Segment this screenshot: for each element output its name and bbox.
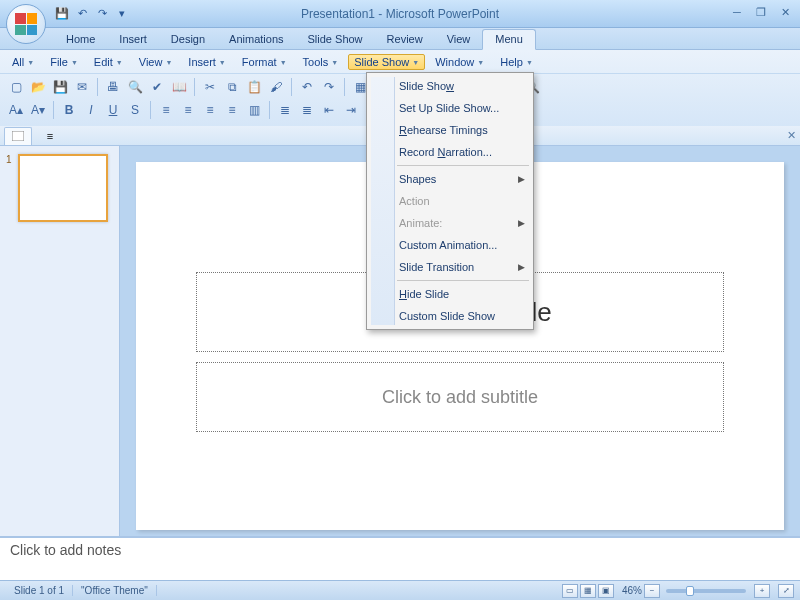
outdent-icon[interactable]: ⇤ [319, 100, 339, 120]
redo-icon[interactable]: ↷ [319, 77, 339, 97]
sorter-view-button[interactable]: ▦ [580, 584, 596, 598]
restore-button[interactable]: ❐ [752, 4, 770, 20]
menu-slide-show[interactable]: Slide Show▼ [348, 54, 425, 70]
open-icon[interactable]: 📂 [28, 77, 48, 97]
subtitle-placeholder[interactable]: Click to add subtitle [196, 362, 724, 432]
undo-icon[interactable]: ↶ [297, 77, 317, 97]
slideshow-view-button[interactable]: ▣ [598, 584, 614, 598]
title-bar: 💾 ↶ ↷ ▾ Presentation1 - Microsoft PowerP… [0, 0, 800, 28]
italic-icon[interactable]: I [81, 100, 101, 120]
align-left-icon[interactable]: ≡ [156, 100, 176, 120]
zoom-out-button[interactable]: − [644, 584, 660, 598]
menu-window[interactable]: Window▼ [429, 54, 490, 70]
print-preview-icon[interactable]: 🔍 [125, 77, 145, 97]
print-icon[interactable]: 🖶 [103, 77, 123, 97]
zoom-slider[interactable] [666, 589, 746, 593]
new-icon[interactable]: ▢ [6, 77, 26, 97]
slide-thumbnail-1[interactable] [18, 154, 108, 222]
spellcheck-icon[interactable]: ✔ [147, 77, 167, 97]
quick-access-toolbar: 💾 ↶ ↷ ▾ [54, 6, 130, 22]
status-bar: Slide 1 of 1 "Office Theme" ▭ ▦ ▣ 46% − … [0, 580, 800, 600]
thumb-number: 1 [6, 154, 12, 165]
decrease-font-icon[interactable]: A▾ [28, 100, 48, 120]
menu-view[interactable]: View▼ [133, 54, 179, 70]
ribbon-tabs: Home Insert Design Animations Slide Show… [0, 28, 800, 50]
menu-file[interactable]: File▼ [44, 54, 84, 70]
outline-tab[interactable]: ≡ [36, 127, 64, 145]
menu-tools[interactable]: Tools▼ [297, 54, 345, 70]
tab-animations[interactable]: Animations [217, 30, 295, 49]
status-theme: "Office Theme" [73, 585, 157, 596]
paste-icon[interactable]: 📋 [244, 77, 264, 97]
indent-icon[interactable]: ⇥ [341, 100, 361, 120]
bullets-icon[interactable]: ≣ [275, 100, 295, 120]
zoom-label: 46% [622, 585, 642, 596]
bold-icon[interactable]: B [59, 100, 79, 120]
menu-help[interactable]: Help▼ [494, 54, 539, 70]
cut-icon[interactable]: ✂ [200, 77, 220, 97]
save-icon[interactable]: 💾 [50, 77, 70, 97]
slide-thumbnails-pane: 1 [0, 146, 120, 536]
normal-view-button[interactable]: ▭ [562, 584, 578, 598]
save-icon[interactable]: 💾 [54, 6, 70, 22]
slides-tab[interactable] [4, 127, 32, 145]
fit-window-button[interactable]: ⤢ [778, 584, 794, 598]
notes-pane[interactable]: Click to add notes [0, 536, 800, 580]
mail-icon[interactable]: ✉ [72, 77, 92, 97]
shadow-icon[interactable]: S [125, 100, 145, 120]
align-right-icon[interactable]: ≡ [200, 100, 220, 120]
svg-rect-0 [12, 131, 24, 141]
columns-icon[interactable]: ▥ [244, 100, 264, 120]
menu-edit[interactable]: Edit▼ [88, 54, 129, 70]
undo-icon[interactable]: ↶ [74, 6, 90, 22]
tab-view[interactable]: View [435, 30, 483, 49]
status-slide: Slide 1 of 1 [6, 585, 73, 596]
menu-all[interactable]: All▼ [6, 54, 40, 70]
copy-icon[interactable]: ⧉ [222, 77, 242, 97]
numbering-icon[interactable]: ≣ [297, 100, 317, 120]
office-button[interactable] [6, 4, 46, 44]
menu-insert[interactable]: Insert▼ [182, 54, 231, 70]
menu-format[interactable]: Format▼ [236, 54, 293, 70]
close-button[interactable]: ✕ [776, 4, 794, 20]
qat-more-icon[interactable]: ▾ [114, 6, 130, 22]
zoom-in-button[interactable]: + [754, 584, 770, 598]
minimize-button[interactable]: ─ [728, 4, 746, 20]
format-painter-icon[interactable]: 🖌 [266, 77, 286, 97]
tab-insert[interactable]: Insert [107, 30, 159, 49]
tab-review[interactable]: Review [375, 30, 435, 49]
tab-design[interactable]: Design [159, 30, 217, 49]
increase-font-icon[interactable]: A▴ [6, 100, 26, 120]
close-pane-icon[interactable]: ✕ [787, 129, 796, 142]
tab-home[interactable]: Home [54, 30, 107, 49]
redo-icon[interactable]: ↷ [94, 6, 110, 22]
align-center-icon[interactable]: ≡ [178, 100, 198, 120]
tab-menu[interactable]: Menu [482, 29, 536, 50]
research-icon[interactable]: 📖 [169, 77, 189, 97]
underline-icon[interactable]: U [103, 100, 123, 120]
justify-icon[interactable]: ≡ [222, 100, 242, 120]
slide-show-menu-dropdown: ▣Slide Show ⚙Set Up Slide Show... ⏱Rehea… [366, 72, 534, 330]
tab-slide-show[interactable]: Slide Show [296, 30, 375, 49]
